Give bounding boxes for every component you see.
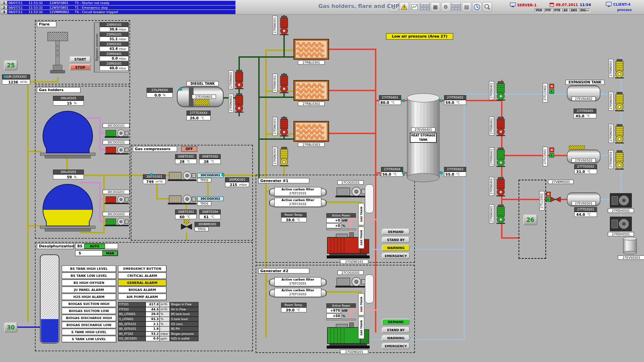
heat-pump-unit[interactable] (610, 217, 632, 231)
search-icon[interactable] (483, 2, 492, 12)
report-icon[interactable]: ▤ (462, 2, 471, 12)
gas-holder-2[interactable] (38, 180, 98, 233)
calendar-icon[interactable]: ▦ (431, 2, 440, 12)
area-30-badge[interactable]: 30 (4, 322, 17, 333)
gas-compressor-unit[interactable] (168, 170, 197, 181)
screen-number[interactable]: 6 (427, 7, 429, 10)
alarm-button[interactable]: BS HIGH OXYGEN (62, 280, 116, 286)
holder-compressor[interactable] (105, 145, 129, 155)
boiler[interactable] (293, 39, 329, 60)
secondary-pump[interactable] (614, 59, 625, 78)
alarm-button[interactable]: BS TANK LOW LEVEL (62, 273, 116, 279)
generator-mode-button[interactable]: STAND BY (382, 327, 410, 333)
status-button[interactable]: BIOGAS ALARM (118, 287, 166, 293)
alarm-button[interactable]: BIOGAS SUCTION HIGH (62, 301, 116, 307)
diesel-pump[interactable] (234, 70, 244, 89)
secondary-pump[interactable] (614, 92, 625, 111)
circulation-pump[interactable] (496, 81, 506, 101)
flare-start-button[interactable]: START (70, 56, 91, 62)
alarm-button[interactable]: JU PANEL ALARM (62, 287, 116, 293)
boiler-pump[interactable] (279, 16, 289, 35)
diesel-pump[interactable] (234, 93, 244, 113)
holder-compressor[interactable] (105, 128, 129, 138)
status-button[interactable]: AIR PUMP ALARM (118, 294, 166, 300)
boiler-pump[interactable] (279, 147, 289, 166)
screen-number[interactable]: 4 (421, 7, 423, 10)
boiler-pump[interactable] (279, 74, 289, 93)
generator-mode-button[interactable]: WARNING (382, 245, 410, 251)
status-button[interactable]: CRITICAL ALARM (118, 273, 166, 279)
screen-number[interactable]: 2 (455, 4, 458, 7)
screen-number[interactable]: 2 (424, 4, 426, 7)
pump-tag: 27PDN0301 (272, 16, 277, 35)
gas-holder-1[interactable] (38, 107, 98, 160)
screens-icon[interactable]: 123456 (451, 2, 461, 12)
flare-stack[interactable] (44, 31, 71, 78)
screen-number[interactable]: 3 (458, 4, 461, 7)
settings-icon[interactable]: ⚙ (441, 2, 450, 12)
circulation-pump[interactable] (496, 117, 506, 136)
alarm-button[interactable]: S TANK LOW LEVEL (62, 336, 116, 342)
generator-mode-button[interactable]: DEMAND (382, 229, 410, 235)
generator-mode-button[interactable]: WARNING (382, 335, 410, 341)
desulph-tower[interactable] (40, 252, 60, 346)
row-value: 417.8 (146, 302, 160, 307)
s-mode[interactable]: MAN (102, 251, 118, 256)
secondary-pump[interactable] (614, 124, 625, 143)
screen-number[interactable]: 1 (452, 4, 454, 7)
clock-icon[interactable] (472, 2, 482, 12)
boiler-pump[interactable] (279, 117, 289, 136)
compressor-unit-tag[interactable]: 30COG0301 (197, 173, 223, 178)
alarm-row[interactable]: 2 08/07/11 11:53:32 12WSF0801 T1 - Emerg… (1, 5, 235, 10)
alarm-banner[interactable]: Low air pressure (Area 27) (386, 33, 453, 40)
circulation-pump[interactable] (496, 177, 506, 196)
flare-stop-button[interactable]: STOP (70, 64, 91, 70)
bs-mode[interactable]: AUTO (84, 244, 105, 249)
generator-mode-button[interactable]: DEMAND (382, 319, 410, 325)
screen-number[interactable]: 5 (424, 7, 426, 10)
circulation-pump[interactable] (496, 204, 506, 224)
alarm-button[interactable]: H2S HIGH ALARM (62, 294, 116, 300)
generator-mode-button[interactable]: EMERGENCY (382, 253, 410, 259)
compressors-status[interactable]: OFF (181, 146, 197, 152)
level-high-indicator: H (549, 84, 554, 88)
compressor-unit-tag[interactable]: 30COG0302 (197, 196, 223, 201)
alarm-button[interactable]: BIOGAS SUCTION LOW (62, 308, 116, 314)
status-flag: ARS (570, 8, 578, 13)
screen-number[interactable]: 6 (458, 7, 461, 10)
area-25-badge[interactable]: 25 (4, 60, 17, 70)
gas-compressor-unit[interactable] (168, 193, 197, 204)
screen-number[interactable]: 1 (421, 4, 423, 7)
screen-number[interactable]: 4 (452, 7, 454, 10)
compressor-unit-pos: TPOS (197, 201, 211, 206)
boiler[interactable] (293, 121, 329, 142)
compressor-valve[interactable] (181, 224, 192, 230)
boiler[interactable] (293, 80, 329, 101)
generator-mode-button[interactable]: STAND BY (382, 237, 410, 243)
screen-number[interactable]: 5 (455, 7, 458, 10)
diesel-temp-tag: 27TTEXXXX (186, 111, 211, 115)
area-26-badge[interactable]: 26 (523, 215, 537, 225)
alarm-button[interactable]: S TANK HIGH LEVEL (62, 329, 116, 335)
screen-grid-icon[interactable]: 123456 (420, 2, 430, 12)
holder-compressor[interactable] (105, 194, 129, 204)
alarm-row[interactable]: 1 08/07/11 11:53:32 12WSF0801 T5 - Start… (1, 1, 235, 5)
alarm-button[interactable]: BIOGAS DISCHARGE LOW (62, 322, 116, 328)
row-value: 28.0 (146, 312, 160, 317)
heat-pump-unit[interactable] (610, 193, 632, 208)
alarm-row[interactable]: 3 08/07/11 11:53:32 12VMM0802 T4 - Circu… (1, 10, 235, 14)
pump-tag: 27PDN0404 (489, 177, 494, 196)
screen-number[interactable]: 3 (427, 4, 429, 7)
status-button[interactable]: GENERAL ALARM (118, 280, 166, 286)
holder-compressor[interactable] (105, 217, 129, 226)
secondary-pump[interactable] (614, 150, 625, 170)
circulation-pump[interactable] (496, 147, 506, 167)
s-mode-row: S MAN (75, 250, 118, 256)
status-button[interactable]: EMERGENCY BUTTON (118, 265, 166, 272)
alarm-button[interactable]: BIOGAS DISCHARGE HIGH (62, 315, 116, 321)
generator-mode-button[interactable]: EMERGENCY (382, 343, 410, 349)
gen-cooler-unit[interactable] (335, 185, 366, 197)
alarm-button[interactable]: BS TANK HIGH LEVEL (62, 265, 116, 272)
gen-cooler-unit[interactable] (335, 275, 366, 288)
hot-water-valve[interactable] (550, 196, 561, 202)
